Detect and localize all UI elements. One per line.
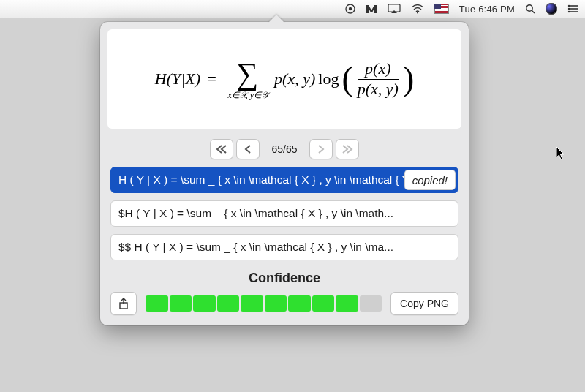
confidence-meter	[146, 295, 382, 312]
formula-lhs: H(Y|X)	[155, 69, 200, 88]
prev-button[interactable]	[236, 139, 260, 159]
result-text: $H ( Y | X ) = \sum _ { x \in \mathcal {…	[118, 207, 450, 220]
rendered-formula: H(Y|X) = ∑ x∈𝒳, y∈𝒴 p(x, y) log ( p(x) p…	[155, 59, 415, 99]
bottom-bar: Confidence Copy PNG	[110, 271, 458, 315]
notification-center-icon[interactable]	[567, 0, 579, 18]
mouse-cursor-icon	[556, 146, 566, 161]
confidence-segment	[170, 295, 192, 312]
result-row-inline-math[interactable]: $H ( Y | X ) = \sum _ { x \in \mathcal {…	[110, 200, 458, 227]
latex-ocr-popover: H(Y|X) = ∑ x∈𝒳, y∈𝒴 p(x, y) log ( p(x) p…	[100, 22, 469, 325]
copied-badge: copied!	[405, 170, 455, 189]
next-button[interactable]	[309, 139, 333, 159]
sigma-icon: ∑	[236, 59, 258, 89]
confidence-segment	[360, 295, 382, 312]
frac-numerator: p(x)	[365, 60, 390, 78]
svg-point-11	[568, 11, 570, 12]
result-text: H ( Y | X ) = \sum _ { x \in \mathcal { …	[118, 173, 450, 186]
confidence-segment	[241, 295, 263, 312]
share-button[interactable]	[110, 292, 137, 315]
app-m-icon[interactable]	[366, 0, 377, 18]
confidence-segment	[265, 295, 287, 312]
confidence-segment	[193, 295, 216, 312]
confidence-segment	[312, 295, 335, 312]
formula-preview: H(Y|X) = ∑ x∈𝒳, y∈𝒴 p(x, y) log ( p(x) p…	[107, 29, 461, 129]
copy-png-button[interactable]: Copy PNG	[390, 292, 458, 315]
svg-point-1	[349, 7, 352, 10]
history-pager: 65/65	[100, 139, 469, 159]
confidence-segment	[336, 295, 358, 312]
input-source-flag-icon[interactable]	[434, 0, 449, 18]
wifi-icon[interactable]	[411, 0, 424, 18]
page-counter: 65/65	[271, 143, 297, 155]
formula-term-pxy: p(x, y)	[274, 69, 315, 88]
last-button[interactable]	[336, 139, 359, 159]
result-row-plain[interactable]: H ( Y | X ) = \sum _ { x \in \mathcal { …	[110, 167, 458, 193]
svg-point-9	[568, 5, 570, 7]
latex-results-list: H ( Y | X ) = \sum _ { x \in \mathcal { …	[110, 167, 458, 260]
sum-subscript: x∈𝒳, y∈𝒴	[227, 91, 267, 99]
siri-icon[interactable]	[546, 0, 557, 18]
confidence-segment	[146, 295, 168, 312]
svg-point-4	[526, 5, 532, 11]
menubar-clock[interactable]: Tue 6:46 PM	[459, 0, 515, 18]
share-icon	[118, 298, 129, 309]
svg-point-3	[417, 12, 418, 14]
svg-line-5	[532, 10, 535, 13]
record-icon[interactable]	[345, 0, 355, 18]
result-row-display-math[interactable]: $$ H ( Y | X ) = \sum _ { x \in \mathcal…	[110, 234, 458, 260]
airplay-icon[interactable]	[388, 0, 401, 18]
svg-point-10	[568, 8, 570, 10]
first-button[interactable]	[210, 139, 233, 159]
result-text: $$ H ( Y | X ) = \sum _ { x \in \mathcal…	[118, 241, 450, 254]
macos-menubar: Tue 6:46 PM	[0, 0, 585, 18]
frac-denominator: p(x, y)	[358, 80, 399, 98]
spotlight-icon[interactable]	[525, 0, 535, 18]
confidence-label: Confidence	[110, 271, 458, 286]
formula-log: log	[318, 69, 339, 88]
confidence-segment	[217, 295, 240, 312]
confidence-segment	[288, 295, 311, 312]
